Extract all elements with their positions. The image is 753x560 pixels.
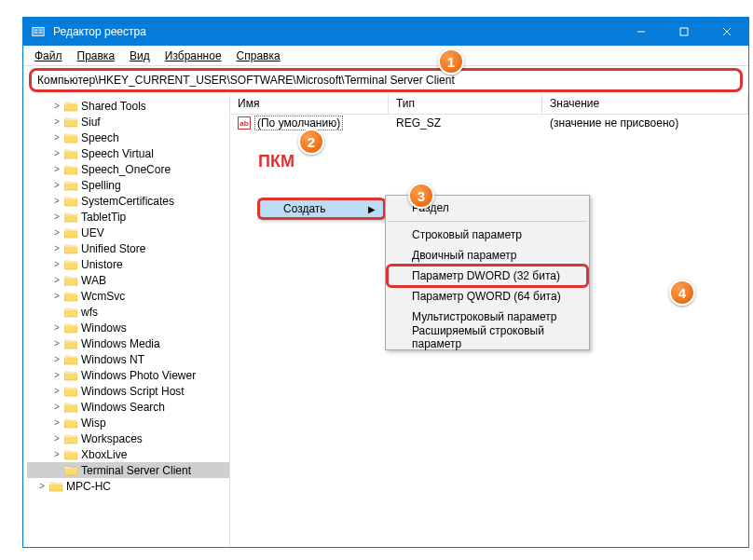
expand-icon[interactable]: > — [51, 449, 62, 459]
expand-icon[interactable]: > — [51, 433, 62, 444]
expand-icon[interactable]: > — [51, 180, 62, 190]
col-name[interactable]: Имя — [230, 94, 389, 114]
menu-view[interactable]: Вид — [122, 48, 157, 64]
tree-pane[interactable]: >Shared Tools>Siuf>Speech>Speech Virtual… — [23, 94, 230, 547]
expand-icon[interactable]: > — [51, 196, 62, 206]
expand-icon[interactable]: > — [51, 116, 62, 127]
expand-icon[interactable]: > — [51, 259, 62, 269]
expand-icon[interactable]: > — [51, 291, 62, 301]
menu-edit[interactable]: Правка — [70, 48, 123, 64]
tree-label: UEV — [81, 226, 104, 239]
col-value[interactable]: Значение — [542, 94, 748, 114]
tree-label: Spelling — [81, 179, 121, 192]
context-menu: Создать ▶ — [258, 198, 385, 219]
menu-help[interactable]: Справка — [229, 48, 288, 64]
folder-icon — [64, 338, 77, 349]
submenu-binary[interactable]: Двоичный параметр — [386, 245, 589, 266]
expand-icon[interactable]: > — [51, 338, 62, 348]
menubar: Файл Правка Вид Избранное Справка — [23, 46, 748, 66]
values-pane: Имя Тип Значение ab (По умолчанию) REG_S… — [230, 94, 748, 547]
folder-icon — [64, 307, 77, 318]
expand-icon[interactable]: > — [51, 132, 62, 143]
tree-label: wfs — [81, 306, 98, 319]
tree-node[interactable]: >Windows — [27, 320, 229, 335]
tree-label: Siuf — [81, 116, 101, 129]
expand-icon[interactable]: > — [51, 386, 62, 396]
folder-icon — [64, 116, 77, 128]
expand-icon[interactable]: > — [51, 164, 62, 174]
folder-icon — [64, 275, 77, 286]
expand-icon[interactable]: > — [51, 417, 62, 428]
address-bar[interactable]: Компьютер\HKEY_CURRENT_USER\SOFTWARE\Mic… — [29, 68, 743, 92]
folder-icon — [49, 481, 62, 492]
tree-label: Windows Photo Viewer — [81, 369, 196, 382]
regedit-icon — [31, 24, 46, 39]
submenu-qword[interactable]: Параметр QWORD (64 бита) — [386, 286, 589, 307]
value-name: (По умолчанию) — [254, 116, 343, 130]
tree-node[interactable]: >Windows Search — [27, 399, 229, 415]
titlebar: Редактор реестра — [23, 18, 748, 46]
menu-item-create[interactable]: Создать ▶ — [257, 198, 386, 220]
menu-favorites[interactable]: Избранное — [157, 48, 229, 64]
expand-icon[interactable]: > — [51, 370, 62, 380]
folder-icon — [64, 386, 77, 397]
tree-node[interactable]: >WcmSvc — [27, 288, 229, 304]
submenu-expand[interactable]: Расширяемый строковый параметр — [386, 327, 589, 348]
chevron-right-icon: ▶ — [368, 204, 376, 214]
context-submenu-create: Раздел Строковый параметр Двоичный парам… — [385, 195, 590, 350]
submenu-dword[interactable]: Параметр DWORD (32 бита) — [386, 264, 589, 288]
tree-node[interactable]: wfs — [27, 304, 229, 320]
minimize-button[interactable] — [620, 18, 663, 46]
tree-node[interactable]: >Unified Store — [27, 240, 229, 256]
expand-icon[interactable]: > — [36, 481, 48, 491]
close-button[interactable] — [705, 18, 748, 46]
col-type[interactable]: Тип — [389, 94, 542, 114]
tree-node[interactable]: >Windows Photo Viewer — [27, 367, 229, 383]
tree-node[interactable]: >Speech — [27, 130, 229, 145]
expand-icon[interactable]: > — [51, 275, 62, 285]
tree-node[interactable]: >SystemCertificates — [27, 193, 229, 209]
tree-label: Windows NT — [81, 353, 144, 366]
tree-label: WcmSvc — [81, 290, 125, 303]
tree-label: Terminal Server Client — [81, 464, 191, 477]
svg-rect-2 — [34, 32, 38, 34]
expand-icon[interactable]: > — [51, 402, 62, 412]
expand-icon[interactable]: > — [51, 212, 62, 222]
tree-node[interactable]: >Spelling — [27, 177, 229, 193]
expand-icon[interactable]: > — [51, 148, 62, 158]
menu-separator — [388, 221, 587, 222]
tree-node[interactable]: >Speech_OneCore — [27, 161, 229, 177]
tree-node[interactable]: >Unistore — [27, 256, 229, 272]
svg-rect-3 — [39, 29, 43, 31]
tree-node[interactable]: >Shared Tools — [27, 98, 229, 114]
folder-icon — [64, 291, 77, 302]
submenu-string[interactable]: Строковый параметр — [386, 225, 589, 245]
tree-node[interactable]: >Windows NT — [27, 351, 229, 367]
expand-icon[interactable]: > — [51, 322, 62, 333]
folder-icon — [64, 148, 77, 159]
tree-node[interactable]: >WAB — [27, 272, 229, 288]
tree-label: Windows Script Host — [81, 385, 185, 398]
expand-icon[interactable]: > — [51, 243, 62, 253]
tree-node[interactable]: >Windows Script Host — [27, 383, 229, 399]
tree-node[interactable]: >Speech Virtual — [27, 145, 229, 161]
value-type: REG_SZ — [389, 116, 542, 130]
tree-node[interactable]: >Windows Media — [27, 335, 229, 351]
expand-icon[interactable]: > — [51, 227, 62, 238]
folder-icon — [64, 402, 77, 413]
tree-label: Workspaces — [81, 432, 143, 445]
tree-node[interactable]: >Siuf — [27, 114, 229, 130]
tree-node[interactable]: >UEV — [27, 225, 229, 240]
tree-node[interactable]: >XboxLive — [27, 446, 229, 462]
tree-node[interactable]: >TabletTip — [27, 209, 229, 225]
svg-rect-1 — [34, 29, 38, 31]
tree-node[interactable]: >Wisp — [27, 415, 229, 430]
expand-icon[interactable]: > — [51, 354, 62, 364]
menu-file[interactable]: Файл — [27, 48, 70, 64]
maximize-button[interactable] — [663, 18, 705, 46]
tree-node[interactable]: Terminal Server Client — [27, 462, 229, 478]
tree-node[interactable]: >MPC-HC — [27, 478, 229, 494]
tree-node[interactable]: >Workspaces — [27, 430, 229, 446]
expand-icon[interactable]: > — [51, 101, 62, 111]
tree-label: Windows Media — [81, 337, 160, 350]
